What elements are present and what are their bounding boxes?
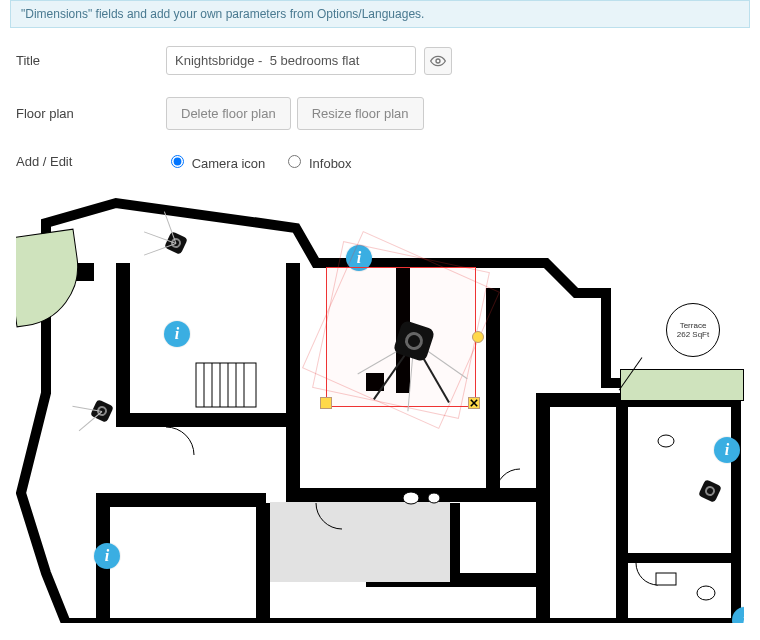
floorplan-canvas[interactable]: Terrace 262 SqFt i i i i i — [16, 193, 744, 623]
radio-infobox[interactable] — [288, 155, 301, 168]
info-bubble[interactable]: i — [164, 321, 190, 347]
svg-rect-19 — [196, 363, 256, 407]
info-banner-text: "Dimensions" fields and add your own par… — [21, 7, 424, 21]
close-icon — [470, 399, 478, 407]
delete-handle[interactable] — [468, 397, 480, 409]
radio-infobox-text: Infobox — [309, 156, 352, 171]
info-icon: i — [743, 611, 744, 623]
radio-camera-label[interactable]: Camera icon — [166, 152, 265, 171]
title-label: Title — [16, 53, 166, 68]
form-area: Title Floor plan Delete floor plan Resiz… — [0, 46, 760, 171]
info-icon: i — [105, 547, 109, 565]
row-floorplan: Floor plan Delete floor plan Resize floo… — [16, 97, 744, 130]
svg-rect-9 — [616, 407, 628, 623]
floorplan-label: Floor plan — [16, 106, 166, 121]
info-banner: "Dimensions" fields and add your own par… — [10, 0, 750, 28]
resize-floorplan-button[interactable]: Resize floor plan — [297, 97, 424, 130]
terrace-label-line1: Terrace — [680, 321, 707, 330]
row-addedit: Add / Edit Camera icon Infobox — [16, 152, 744, 171]
rotate-handle[interactable] — [472, 331, 484, 343]
svg-rect-17 — [76, 263, 94, 281]
info-bubble[interactable]: i — [94, 543, 120, 569]
info-bubble[interactable]: i — [714, 437, 740, 463]
floorplan-drawing — [16, 193, 744, 623]
svg-point-27 — [428, 493, 440, 503]
svg-rect-11 — [96, 493, 266, 507]
title-input[interactable] — [166, 46, 416, 75]
eye-icon — [430, 53, 446, 69]
row-title: Title — [16, 46, 744, 75]
delete-floorplan-button[interactable]: Delete floor plan — [166, 97, 291, 130]
preview-button[interactable] — [424, 47, 452, 75]
svg-point-26 — [403, 492, 419, 504]
svg-rect-29 — [656, 573, 676, 585]
addedit-label: Add / Edit — [16, 154, 166, 169]
svg-rect-3 — [286, 263, 300, 498]
resize-handle[interactable] — [320, 397, 332, 409]
garden-patch-right — [620, 369, 744, 401]
info-icon: i — [725, 441, 729, 459]
terrace-callout: Terrace 262 SqFt — [666, 303, 720, 357]
radio-camera[interactable] — [171, 155, 184, 168]
svg-rect-10 — [256, 503, 270, 623]
radio-infobox-label[interactable]: Infobox — [283, 152, 351, 171]
svg-rect-6 — [486, 288, 500, 488]
svg-rect-2 — [116, 413, 296, 427]
svg-point-28 — [658, 435, 674, 447]
svg-point-0 — [436, 59, 440, 63]
info-bubble[interactable]: i — [346, 245, 372, 271]
terrace-label-line2: 262 SqFt — [677, 330, 709, 339]
svg-rect-1 — [116, 263, 130, 413]
svg-rect-18 — [270, 502, 450, 582]
svg-rect-15 — [628, 553, 736, 563]
svg-point-30 — [697, 586, 715, 600]
info-icon: i — [357, 249, 361, 267]
radio-camera-text: Camera icon — [192, 156, 266, 171]
info-icon: i — [175, 325, 179, 343]
svg-rect-8 — [536, 393, 550, 623]
